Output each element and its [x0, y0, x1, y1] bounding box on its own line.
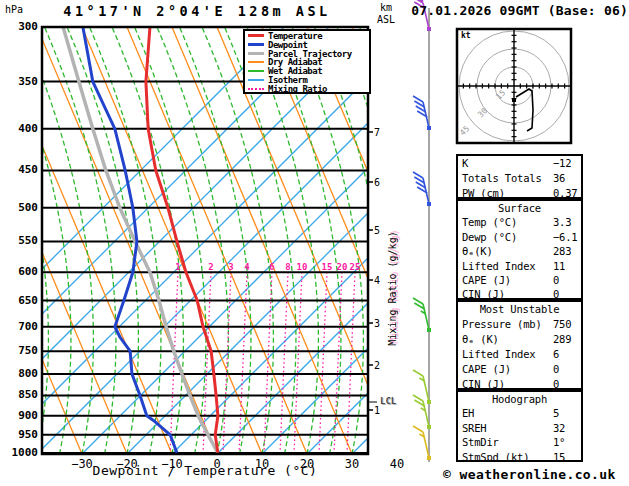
legend-line-sample — [248, 52, 264, 55]
legend-line-sample — [248, 43, 264, 46]
legend-item-label: Mixing Ratio — [268, 84, 327, 94]
parcel-trajectory-curve — [63, 27, 218, 453]
stat-label: CAPE (J) — [462, 274, 511, 286]
stats-row: θₑ (K)289 — [458, 332, 581, 347]
mixing-ratio-line — [239, 272, 247, 454]
stat-label: SREH — [462, 422, 487, 434]
copyright-text: © weatheronline.co.uk — [443, 467, 616, 482]
pressure-tick-label: 300 — [0, 21, 38, 33]
stat-label: Totals Totals — [462, 172, 542, 184]
pressure-tick-label: 400 — [0, 123, 38, 135]
height-tick-label: 7 — [374, 127, 390, 138]
stat-value: 3.3 — [553, 215, 571, 229]
stat-label: Lifted Index — [462, 260, 535, 272]
stat-value: 0 — [553, 287, 559, 300]
stats-section: Most UnstablePressure (mb)750θₑ (K)289Li… — [456, 300, 583, 390]
dewpoint-curve — [83, 27, 177, 453]
run-datetime-title: 07.01.2026 09GMT (Base: 06) — [398, 3, 628, 18]
pressure-tick-label: 500 — [0, 202, 38, 214]
stats-row: EH5 — [458, 406, 581, 420]
legend-item: Temperature — [248, 32, 369, 41]
wind-barb-base — [427, 202, 431, 206]
stats-section: HodographEH5SREH32StmDir1°StmSpd (kt)15 — [456, 390, 583, 462]
stat-label: Dewp (°C) — [462, 231, 517, 243]
mixing-ratio-tick-label: 2 — [201, 262, 221, 272]
stats-section-title: Hodograph — [458, 392, 581, 406]
stats-row: Lifted Index6 — [458, 347, 581, 362]
stat-value: 0.37 — [553, 186, 578, 199]
height-axis-unit-km: km — [380, 2, 392, 13]
stats-section-title: Surface — [458, 201, 581, 215]
stats-row: CAPE (J)0 — [458, 273, 581, 287]
pressure-tick-label: 700 — [0, 321, 38, 333]
legend-line-sample — [248, 34, 264, 37]
wind-barb-base — [427, 126, 431, 130]
stat-label: CAPE (J) — [462, 363, 511, 375]
mixing-ratio-tick-label: 25 — [345, 262, 365, 272]
stat-value: 1° — [553, 435, 565, 449]
stat-value: 6 — [553, 347, 559, 362]
pressure-tick-label: 850 — [0, 389, 38, 401]
pressure-tick-label: 550 — [0, 235, 38, 247]
wind-barb-tick — [413, 426, 423, 432]
stat-value: −6.1 — [553, 230, 578, 244]
stat-value: 283 — [553, 244, 571, 258]
mixing-ratio-tick-label: 4 — [237, 262, 257, 272]
hodograph: 153045 — [457, 29, 571, 143]
stats-section-title: Most Unstable — [458, 302, 581, 317]
stat-value: 36 — [553, 171, 565, 186]
wind-barb-base — [427, 456, 431, 460]
height-tick-label: 6 — [374, 177, 390, 188]
legend-line-sample — [248, 88, 264, 90]
legend-line-sample — [248, 79, 264, 81]
stats-row: CIN (J)0 — [458, 377, 581, 390]
stat-value: −12 — [553, 156, 571, 171]
hodograph-storm-marker — [512, 98, 516, 102]
pressure-tick-label: 800 — [0, 368, 38, 380]
stat-value: 289 — [553, 332, 571, 347]
mixing-ratio-line — [264, 272, 272, 454]
stats-row: Lifted Index11 — [458, 259, 581, 273]
stats-row: Totals Totals36 — [458, 171, 581, 186]
station-title: 41°17'N 2°04'E 128m ASL — [42, 3, 352, 19]
wind-barb-base — [427, 328, 431, 332]
pressure-tick-label: 750 — [0, 345, 38, 357]
pressure-tick-label: 450 — [0, 164, 38, 176]
pressure-tick-label: 1000 — [0, 447, 38, 459]
pressure-tick-label: 950 — [0, 429, 38, 441]
pressure-tick-label: 350 — [0, 76, 38, 88]
mixing-ratio-tick-label: 1 — [168, 262, 188, 272]
lcl-marker-label: LCL — [380, 396, 396, 406]
stat-value: 32 — [553, 421, 565, 435]
wind-barb-base — [427, 27, 431, 31]
stat-label: CIN (J) — [462, 288, 505, 300]
pressure-axis-unit: hPa — [5, 4, 23, 15]
stats-section: K−12Totals Totals36PW (cm)0.37 — [456, 154, 583, 199]
stats-row: K−12 — [458, 156, 581, 171]
stat-label: StmSpd (kt) — [462, 451, 529, 462]
legend-item: Wet Adiabat — [248, 67, 369, 76]
pressure-tick-label: 650 — [0, 295, 38, 307]
stat-label: StmDir — [462, 436, 499, 448]
stat-value: 750 — [553, 317, 571, 332]
legend-item: Mixing Ratio — [248, 85, 369, 94]
stat-value: 0 — [553, 362, 559, 377]
stats-row: Pressure (mb)750 — [458, 317, 581, 332]
height-tick-label: 2 — [374, 360, 390, 371]
chart-legend: TemperatureDewpointParcel TrajectoryDry … — [243, 29, 371, 94]
mixing-ratio-tick-label: 10 — [292, 262, 312, 272]
legend-line-sample — [248, 70, 264, 72]
stats-row: θₑ(K)283 — [458, 244, 581, 258]
stat-value: 0 — [553, 377, 559, 390]
stats-row: CIN (J)0 — [458, 287, 581, 300]
hodograph-unit-label: kt — [461, 31, 471, 40]
stat-value: 15 — [553, 450, 565, 462]
stats-section: SurfaceTemp (°C)3.3Dewp (°C)−6.1θₑ(K)283… — [456, 199, 583, 300]
pressure-tick-label: 600 — [0, 266, 38, 278]
pressure-tick-label: 900 — [0, 410, 38, 422]
stat-label: PW (cm) — [462, 187, 505, 199]
skewt-sounding-app: 153045 hPa 41°17'N 2°04'E 128m ASL km AS… — [0, 0, 629, 486]
stat-label: θₑ(K) — [462, 245, 493, 257]
mixing-ratio-axis-title: Mixing Ratio (g/kg) — [387, 219, 398, 359]
stats-row: CAPE (J)0 — [458, 362, 581, 377]
